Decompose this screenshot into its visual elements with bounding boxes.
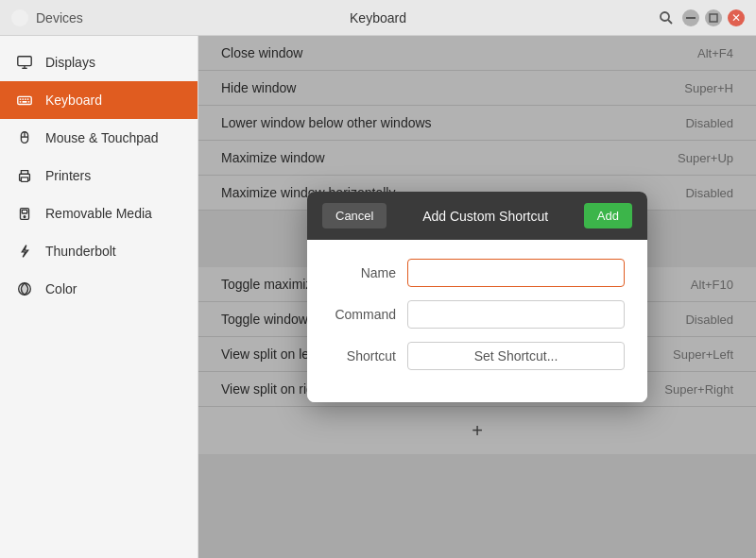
sidebar: Displays Keyboard (0, 36, 198, 558)
back-button[interactable]: ‹ (11, 9, 28, 26)
set-shortcut-button[interactable]: Set Shortcut... (407, 342, 625, 370)
sidebar-item-keyboard[interactable]: Keyboard (0, 81, 198, 119)
shortcut-label: Shortcut (330, 348, 396, 364)
thunderbolt-label: Thunderbolt (45, 244, 116, 259)
dialog-command-field: Command (330, 300, 625, 329)
svg-rect-3 (710, 14, 717, 22)
sidebar-item-thunderbolt[interactable]: Thunderbolt (0, 232, 198, 270)
displays-label: Displays (45, 55, 95, 70)
keyboard-icon (15, 91, 34, 110)
displays-icon (15, 53, 34, 72)
svg-rect-19 (21, 178, 27, 182)
color-icon (15, 279, 34, 298)
main-layout: Displays Keyboard (0, 36, 756, 558)
maximize-button[interactable] (705, 9, 722, 26)
titlebar-title: Keyboard (256, 10, 501, 25)
svg-point-0 (661, 12, 669, 21)
svg-rect-2 (686, 17, 696, 19)
svg-point-22 (24, 216, 26, 218)
titlebar: ‹ Devices Keyboard ✕ (0, 0, 756, 36)
content: Close window Alt+F4 Hide window Super+H … (198, 36, 756, 558)
dialog-body: Name Command Shortcut Set Shortcut... (307, 240, 647, 402)
titlebar-right: ✕ (500, 8, 745, 28)
dialog-name-field: Name (330, 259, 625, 287)
printer-icon (15, 166, 34, 185)
thunderbolt-icon (15, 242, 34, 261)
sidebar-item-displays[interactable]: Displays (0, 43, 198, 81)
svg-rect-7 (18, 96, 31, 104)
search-button[interactable] (656, 8, 677, 28)
minimize-button[interactable] (682, 9, 699, 26)
color-label: Color (45, 281, 77, 296)
mouse-label: Mouse & Touchpad (45, 130, 159, 145)
sidebar-item-color[interactable]: Color (0, 270, 198, 308)
svg-marker-23 (22, 245, 27, 258)
svg-line-1 (668, 20, 672, 24)
dialog-overlay: Cancel Add Custom Shortcut Add Name Comm… (198, 36, 756, 558)
printers-label: Printers (45, 168, 91, 183)
keyboard-label: Keyboard (45, 93, 102, 108)
dialog-cancel-button[interactable]: Cancel (322, 203, 387, 228)
command-label: Command (330, 307, 396, 322)
add-shortcut-dialog: Cancel Add Custom Shortcut Add Name Comm… (307, 192, 647, 402)
dialog-title: Add Custom Shortcut (422, 209, 548, 224)
sidebar-item-removable[interactable]: Removable Media (0, 194, 198, 232)
name-input[interactable] (407, 259, 625, 287)
command-input[interactable] (407, 300, 625, 329)
titlebar-section: Devices (36, 10, 83, 25)
sidebar-item-printers[interactable]: Printers (0, 157, 198, 194)
sidebar-item-mouse[interactable]: Mouse & Touchpad (0, 119, 198, 157)
dialog-header: Cancel Add Custom Shortcut Add (307, 192, 647, 240)
dialog-add-button[interactable]: Add (584, 203, 632, 228)
dialog-shortcut-field: Shortcut Set Shortcut... (330, 342, 625, 370)
svg-rect-21 (22, 210, 26, 213)
titlebar-left: ‹ Devices (11, 9, 256, 26)
close-button[interactable]: ✕ (728, 9, 745, 26)
removable-icon (15, 204, 34, 223)
svg-rect-4 (18, 57, 31, 66)
removable-label: Removable Media (45, 206, 152, 221)
name-label: Name (330, 265, 396, 280)
mouse-icon (15, 128, 34, 147)
